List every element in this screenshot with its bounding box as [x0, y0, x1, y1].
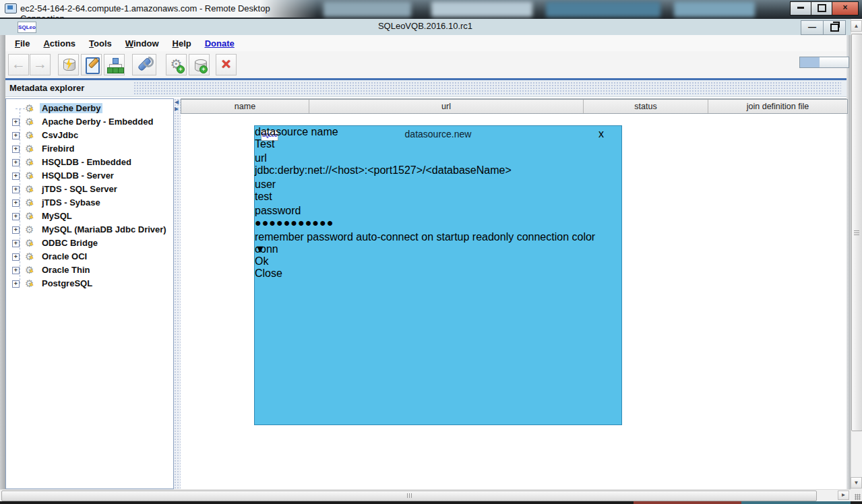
tree-item[interactable]: + ⚙ ▲ Apache Derby - Embedded	[6, 115, 172, 129]
expand-icon[interactable]: +	[12, 253, 20, 261]
vertical-scrollbar-thumb[interactable]	[851, 34, 862, 431]
expand-icon[interactable]: +	[12, 226, 20, 234]
preferences-button[interactable]	[132, 54, 156, 75]
app-restore-button[interactable]	[823, 20, 846, 35]
user-input[interactable]: test	[255, 191, 592, 205]
tree-item-label: MySQL	[40, 211, 74, 221]
datasource-new-dialog: SQLeo datasource.new x datasource name T…	[254, 125, 622, 425]
tree-item-label: Firebird	[40, 144, 76, 154]
splitter-collapse-right-icon[interactable]: ▶	[175, 106, 179, 112]
warning-icon: ▲	[28, 241, 34, 247]
url-label: url	[255, 152, 267, 164]
horizontal-scrollbar-thumb[interactable]	[1, 491, 817, 501]
expand-icon[interactable]: +	[12, 172, 20, 180]
blurred-background-tab	[546, 1, 660, 17]
menu-file[interactable]: File	[8, 37, 36, 50]
tree-item[interactable]: ⚙ ▲ Apache Derby	[6, 102, 172, 115]
user-label: user	[255, 179, 276, 190]
expand-icon[interactable]: +	[12, 240, 20, 247]
driver-tree-panel[interactable]: ⚙ ▲ Apache Derby + ⚙ ▲ Apache Derby - Em…	[5, 98, 174, 489]
edit-query-button[interactable]	[81, 54, 102, 75]
expand-icon[interactable]: +	[12, 132, 20, 139]
tree-item[interactable]: + ⚙ ▲ PostgreSQL	[6, 277, 172, 290]
warning-icon: ▲	[28, 173, 34, 179]
tree-guide-line	[16, 108, 25, 109]
color-label: color	[572, 231, 596, 243]
blurred-background-tab	[431, 1, 532, 17]
tree-item[interactable]: + ⚙ ▲ Firebird	[6, 142, 172, 156]
password-input[interactable]: ●●●●●●●●●●●	[255, 217, 592, 231]
scroll-down-button[interactable]: ▼	[851, 477, 862, 489]
panel-splitter[interactable]: ◀ ▶	[174, 98, 181, 489]
menu-window[interactable]: Window	[119, 37, 166, 50]
combo-dropdown-button[interactable]: ▼	[255, 243, 266, 255]
tree-item[interactable]: + ⚙ ▲ HSQLDB - Embedded	[6, 156, 172, 169]
resize-grip[interactable]	[851, 489, 862, 501]
scroll-up-button[interactable]: ▲	[851, 20, 862, 32]
back-button[interactable]: ←	[8, 54, 29, 75]
menu-help[interactable]: Help	[166, 37, 198, 50]
add-datasource-button[interactable]: +	[189, 54, 210, 75]
warning-icon: ▲	[28, 160, 34, 166]
add-plus-icon: +	[177, 65, 185, 73]
column-header-status[interactable]: status	[584, 100, 708, 113]
expand-icon[interactable]: +	[12, 267, 20, 274]
expand-icon[interactable]: +	[12, 213, 20, 220]
tree-node-icon	[118, 67, 124, 73]
tree-item[interactable]: + ⚙ ▲ HSQLDB - Server	[6, 169, 172, 183]
app-minimize-button[interactable]: —	[801, 20, 824, 35]
datasource-name-label: datasource name	[255, 126, 338, 137]
expand-icon[interactable]: +	[12, 119, 20, 126]
rdp-minimize-button[interactable]	[790, 1, 811, 15]
tree-item[interactable]: + ⚙ ▲ Oracle Thin	[6, 263, 172, 277]
column-header-name[interactable]: name	[181, 100, 309, 113]
forward-button[interactable]: →	[30, 54, 51, 75]
expand-icon[interactable]: +	[12, 280, 20, 288]
warning-icon: ▲	[28, 187, 34, 193]
expand-icon[interactable]: +	[12, 186, 20, 193]
wrench-icon	[137, 57, 152, 71]
connect-datasource-button[interactable]	[58, 54, 79, 75]
delete-button[interactable]: ×	[216, 54, 237, 75]
rdp-close-button[interactable]: ×	[832, 1, 859, 15]
rdp-title-area: ec2-54-164-2-64.compute-1.amazonaws.com …	[0, 0, 317, 18]
password-label: password	[255, 205, 301, 216]
window-frame-left	[0, 35, 5, 501]
menu-tools[interactable]: Tools	[82, 37, 119, 50]
app-title: SQLeoVQB.2016.10.rc1	[0, 21, 851, 31]
tree-item[interactable]: + ⚙ MySQL (MariaDB Jdbc Driver)	[6, 223, 172, 237]
datasource-name-input[interactable]: Test	[255, 138, 592, 152]
expand-icon[interactable]: +	[12, 146, 20, 153]
rdp-monitor-icon	[5, 3, 17, 13]
tree-item-label: Apache Derby	[40, 103, 102, 113]
tree-item-label: Apache Derby - Embedded	[40, 117, 155, 127]
tree-item[interactable]: + ⚙ ▲ Oracle OCI	[6, 250, 172, 263]
warning-icon: ▲	[28, 267, 34, 274]
remember-password-label: remember password	[255, 231, 353, 243]
tree-item[interactable]: + ⚙ ▲ jTDS - SQL Server	[6, 183, 172, 196]
menu-actions[interactable]: Actions	[36, 37, 82, 50]
close-button[interactable]: Close	[255, 267, 316, 280]
menu-donate[interactable]: Donate	[198, 37, 241, 50]
memory-gauge	[799, 57, 849, 68]
splitter-collapse-left-icon[interactable]: ◀	[175, 100, 179, 105]
url-input[interactable]: jdbc:derby:net://<host>:<port1527>/<data…	[255, 164, 592, 179]
expand-icon[interactable]: +	[12, 159, 20, 166]
tree-item[interactable]: + ⚙ ▲ ODBC Bridge	[6, 237, 172, 250]
tree-item[interactable]: + ⚙ ▲ MySQL	[6, 210, 172, 223]
scroll-right-button[interactable]: ►	[838, 491, 849, 500]
tree-item[interactable]: + ⚙ ▲ CsvJdbc	[6, 129, 172, 142]
warning-icon: ▲	[28, 133, 34, 139]
forward-arrow-icon: →	[33, 56, 47, 71]
ok-button[interactable]: Ok	[255, 255, 315, 267]
column-header-url[interactable]: url	[309, 100, 584, 113]
warning-icon: ▲	[28, 119, 34, 125]
expand-icon[interactable]: +	[12, 199, 20, 207]
driver-gear-icon: ⚙	[25, 224, 34, 236]
thumb-grip	[409, 493, 410, 498]
schema-tree-button[interactable]	[104, 54, 125, 75]
add-driver-button[interactable]: ⚙+	[166, 54, 187, 75]
rdp-maximize-button[interactable]	[811, 1, 832, 15]
column-header-join-definition-file[interactable]: join definition file	[708, 100, 847, 113]
tree-item[interactable]: + ⚙ ▲ jTDS - Sybase	[6, 196, 172, 210]
